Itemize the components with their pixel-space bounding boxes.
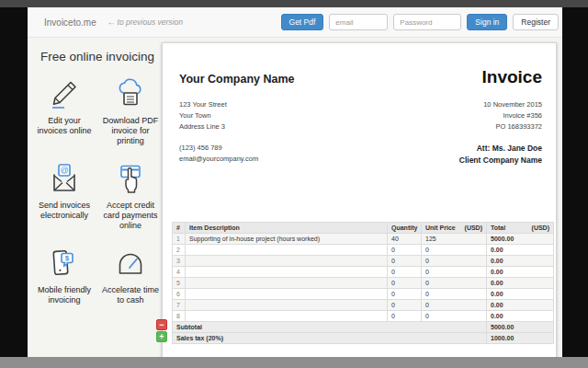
send-email-icon: @ xyxy=(46,160,83,197)
svg-text:@: @ xyxy=(60,166,68,175)
feature-label: Edit your invoices online xyxy=(33,116,96,136)
unit-price-currency: (USD) xyxy=(465,224,482,231)
remove-row-button[interactable]: − xyxy=(156,319,167,330)
invoice-meta-block[interactable]: 10 November 2015 Invoice #356 PO 1683933… xyxy=(459,99,542,167)
table-header: # Item Description Quantity Unit Price (… xyxy=(173,223,554,234)
item-description-cell[interactable] xyxy=(186,289,388,300)
register-button[interactable]: Register xyxy=(513,14,559,30)
window-frame-top xyxy=(0,0,588,7)
get-pdf-button[interactable]: Get Pdf xyxy=(281,14,324,30)
invoice-header: Your Company Name Invoice 123 Your Stree… xyxy=(163,43,556,167)
row-number: 8 xyxy=(173,311,186,322)
row-total-cell: 0.00 xyxy=(487,300,554,311)
total-currency: (USD) xyxy=(532,224,549,231)
po-number[interactable]: PO 168393372 xyxy=(459,121,542,132)
invoice-title: Invoice xyxy=(482,67,542,87)
row-total-cell: 0.00 xyxy=(487,245,554,256)
download-pdf-icon xyxy=(112,75,149,112)
invoice-table-wrap: # Item Description Quantity Unit Price (… xyxy=(172,222,553,344)
invoice-table-body: 1 Supporting of in-house project (hours … xyxy=(173,234,554,322)
row-total-cell: 0.00 xyxy=(487,267,554,278)
address-line-3[interactable]: Address Line 3 xyxy=(179,121,258,132)
company-phone[interactable]: (123) 456 789 xyxy=(179,143,258,154)
quantity-cell[interactable]: 0 xyxy=(388,278,422,289)
client-company-name[interactable]: Client Company Name xyxy=(459,155,542,167)
row-number: 2 xyxy=(173,245,186,256)
unit-price-cell[interactable]: 0 xyxy=(422,300,487,311)
feature-edit-invoices: Edit your invoices online xyxy=(33,75,96,146)
row-total-cell: 5000.00 xyxy=(487,234,554,245)
item-description-cell[interactable]: Supporting of in-house project (hours wo… xyxy=(186,234,388,245)
pencil-icon xyxy=(46,75,83,112)
company-email[interactable]: email@yourcompany.com xyxy=(179,154,258,165)
unit-price-cell[interactable]: 0 xyxy=(422,289,487,300)
company-name[interactable]: Your Company Name xyxy=(179,73,295,86)
table-row: 3 0 0 0.00 xyxy=(173,256,554,267)
item-description-cell[interactable] xyxy=(186,300,388,311)
unit-price-cell[interactable]: 0 xyxy=(422,278,487,289)
unit-price-cell[interactable]: 0 xyxy=(422,256,487,267)
table-row: 1 Supporting of in-house project (hours … xyxy=(173,234,554,245)
unit-price-cell[interactable]: 0 xyxy=(422,267,487,278)
item-description-cell[interactable] xyxy=(186,256,388,267)
quantity-cell[interactable]: 40 xyxy=(388,234,422,245)
table-row: 8 0 0 0.00 xyxy=(173,311,554,322)
previous-version-link[interactable]: ← to previous version xyxy=(107,17,183,27)
sidebar-title: Free online invoicing xyxy=(33,50,162,63)
invoice-card: Your Company Name Invoice 123 Your Stree… xyxy=(162,42,557,357)
quantity-cell[interactable]: 0 xyxy=(388,245,422,256)
credit-card-icon xyxy=(112,160,149,197)
feature-mobile-friendly: $ Mobile friendly invoicing xyxy=(33,245,96,305)
company-address-block[interactable]: 123 Your Street Your Town Address Line 3… xyxy=(179,99,258,167)
row-number: 3 xyxy=(173,256,186,267)
item-description-cell[interactable] xyxy=(186,311,388,322)
item-description-cell[interactable] xyxy=(186,245,388,256)
unit-price-cell[interactable]: 0 xyxy=(422,311,487,322)
unit-price-cell[interactable]: 0 xyxy=(422,245,487,256)
feature-label: Accelerate time to cash xyxy=(99,285,162,305)
quantity-cell[interactable]: 0 xyxy=(388,256,422,267)
subtotal-value: 5000.00 xyxy=(487,322,554,333)
quantity-cell[interactable]: 0 xyxy=(388,300,422,311)
svg-text:$: $ xyxy=(65,254,70,262)
item-description-cell[interactable] xyxy=(186,278,388,289)
row-total-cell: 0.00 xyxy=(487,289,554,300)
col-header-num: # xyxy=(173,223,186,234)
col-header-description: Item Description xyxy=(186,223,388,234)
unit-price-cell[interactable]: 125 xyxy=(422,234,487,245)
app-viewport: Invoiceto.me ← to previous version Get P… xyxy=(28,7,562,357)
address-line-2[interactable]: Your Town xyxy=(179,110,258,121)
feature-accelerate-cash: Accelerate time to cash xyxy=(99,245,162,305)
quantity-cell[interactable]: 0 xyxy=(388,267,422,278)
navbar: Invoiceto.me ← to previous version Get P… xyxy=(28,7,562,38)
sign-in-button[interactable]: Sign in xyxy=(467,14,507,30)
row-number: 4 xyxy=(173,267,186,278)
unit-price-label: Unit Price xyxy=(425,224,456,231)
address-line-1[interactable]: 123 Your Street xyxy=(179,99,258,110)
row-total-cell: 0.00 xyxy=(487,311,554,322)
quantity-cell[interactable]: 0 xyxy=(388,289,422,300)
sales-tax-label[interactable]: Sales tax (20%) xyxy=(173,333,487,344)
invoice-number[interactable]: Invoice #356 xyxy=(459,110,542,121)
col-header-quantity: Quantity xyxy=(388,223,422,234)
add-row-button[interactable]: + xyxy=(156,331,167,342)
brand[interactable]: Invoiceto.me xyxy=(44,17,96,28)
item-description-cell[interactable] xyxy=(186,267,388,278)
attention-line[interactable]: Att: Ms. Jane Doe xyxy=(459,143,542,155)
invoice-date[interactable]: 10 November 2015 xyxy=(459,99,542,110)
sales-tax-value: 1000.00 xyxy=(487,333,554,344)
table-row: 6 0 0 0.00 xyxy=(173,289,554,300)
feature-label: Download PDF invoice for printing xyxy=(99,116,162,146)
feature-label: Mobile friendly invoicing xyxy=(33,285,96,305)
feature-grid: Edit your invoices online Download PDF i… xyxy=(33,75,162,305)
sales-tax-row: Sales tax (20%) 1000.00 xyxy=(173,333,554,344)
password-field[interactable] xyxy=(393,14,461,30)
row-number: 1 xyxy=(173,234,186,245)
row-number: 7 xyxy=(173,300,186,311)
quantity-cell[interactable]: 0 xyxy=(388,311,422,322)
navbar-controls: Get Pdf Sign in Register xyxy=(281,14,559,30)
table-row: 7 0 0 0.00 xyxy=(173,300,554,311)
table-row: 4 0 0 0.00 xyxy=(173,267,554,278)
email-field[interactable] xyxy=(329,14,388,30)
row-number: 6 xyxy=(173,289,186,300)
